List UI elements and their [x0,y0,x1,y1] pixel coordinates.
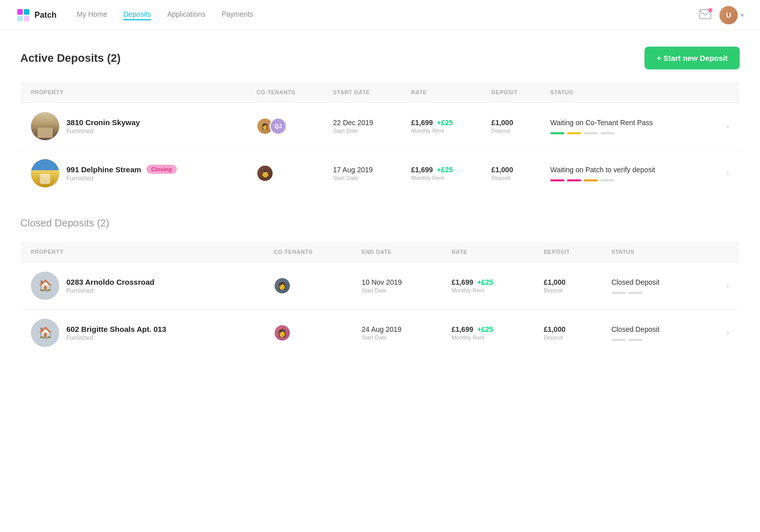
nav-applications[interactable]: Applications [167,10,206,20]
col-start-date: START DATE [325,82,403,103]
main-content: Active Deposits (2) + Start new Deposit … [0,30,760,393]
user-avatar: U [719,6,738,24]
col-rate: RATE [403,82,483,103]
start-date-label-1: Start Date [333,128,395,134]
closed-deposit-row-2[interactable]: 🏠 602 Brigitte Shoals Apt. 013 Furnished [21,310,740,357]
deposit-label-1: Deposit [491,128,534,134]
closed-progress-dots-2 [612,339,698,341]
closed-col-rate: RATE [443,242,536,262]
closed-cotenant-1a: 👩 [274,277,291,294]
mail-notification-dot [708,8,712,12]
row-chevron-1[interactable]: › [727,122,729,130]
closed-rate-main-1: £1,699 [451,278,473,286]
dot-1-2 [567,132,581,134]
svg-rect-3 [24,16,29,21]
closed-row-chevron-2[interactable]: › [727,328,729,337]
nav-my-home[interactable]: My Home [77,10,107,20]
rate-main-1: £1,699 [411,119,433,127]
nav-deposits[interactable]: Deposits [123,10,150,20]
deposit-label-2: Deposit [491,175,534,181]
rate-label-1: Monthly Rent [411,128,475,134]
closed-end-date-1: 10 Nov 2019 [362,278,435,286]
closed-rate-main-2: £1,699 [451,325,473,333]
closed-dot-2-1 [612,339,626,341]
start-date-2: 17 Aug 2019 [333,166,395,174]
closed-rate-extra-2: +£25 [477,325,493,333]
active-deposits-table: PROPERTY CO-TENANTS START DATE RATE DEPO… [20,82,740,197]
nav-right: U ▾ [699,6,744,24]
property-type-2: Furnished [66,175,177,182]
closed-dot-1-1 [612,292,626,294]
closed-deposit-label-2: Deposit [544,334,595,340]
rate-label-2: Monthly Rent [411,175,475,181]
dot-2-2 [567,179,581,181]
dot-1-3 [584,132,598,134]
cotenants-2: 👨 [256,165,317,182]
dot-1-4 [600,132,615,134]
closed-deposit-row-1[interactable]: 🏠 0283 Arnoldo Crossroad Furnished [21,262,740,310]
user-avatar-wrapper[interactable]: U ▾ [719,6,744,24]
logo-icon [16,8,30,22]
closed-date-label-1: Start Date [362,287,435,293]
closed-col-property: PROPERTY [21,242,265,262]
closed-rate-label-1: Monthly Rent [451,287,527,293]
closed-end-date-2: 24 Aug 2019 [362,325,435,333]
closed-deposits-header: Closed Deposits (2) [20,217,740,229]
deposit-amount-1: £1,000 [491,119,534,127]
active-table-header: PROPERTY CO-TENANTS START DATE RATE DEPO… [21,82,740,103]
col-property: PROPERTY [21,82,249,103]
rate-extra-1: +£25 [437,119,453,127]
closed-cotenants-2: 👩 [274,324,346,341]
closed-dot-2-2 [628,339,642,341]
mail-icon[interactable] [699,9,711,21]
closed-progress-dots-1 [612,292,698,294]
closing-badge-2: Closing [146,165,177,174]
closed-rate-cell-1: £1,699 +£25 Monthly Rent [451,278,527,293]
status-2: Waiting on Patch to verify deposit [550,165,702,175]
chevron-down-icon: ▾ [741,12,744,19]
active-deposit-row-1[interactable]: 3810 Cronin Skyway Furnished 👩 QJ [21,103,740,150]
closed-col-cotenants: CO-TENANTS [265,242,354,262]
active-deposit-row-2[interactable]: 991 Delphine Stream Closing Furnished 👨 [21,150,740,197]
closed-property-type-2: Furnished [66,334,166,341]
logo[interactable]: Patch [16,8,57,22]
dot-2-3 [584,179,598,181]
closed-dot-1-2 [628,292,642,294]
dot-2-1 [550,179,564,181]
closed-property-name-1: 0283 Arnoldo Crossroad [66,278,155,286]
closed-property-cell-2: 🏠 602 Brigitte Shoals Apt. 013 Furnished [31,319,257,347]
col-status: STATUS [542,82,710,103]
navbar: Patch My Home Deposits Applications Paym… [0,0,760,30]
property-name-2: 991 Delphine Stream [66,165,141,174]
closed-deposit-amount-2: £1,000 [544,325,595,333]
closed-property-type-1: Furnished [66,287,155,294]
start-date-1: 22 Dec 2019 [333,119,395,127]
closed-rate-extra-1: +£25 [477,278,493,286]
closed-date-label-2: Start Date [362,334,435,340]
app-name: Patch [34,11,57,20]
svg-rect-0 [17,9,23,15]
property-type-1: Furnished [66,128,140,135]
row-chevron-2[interactable]: › [727,169,729,177]
closed-property-cell-1: 🏠 0283 Arnoldo Crossroad Furnished [31,272,257,300]
start-date-label-2: Start Date [333,175,395,181]
closed-deposits-title: Closed Deposits (2) [20,217,109,229]
closed-property-name-2: 602 Brigitte Shoals Apt. 013 [66,325,166,333]
start-new-deposit-button[interactable]: + Start new Deposit [644,47,740,69]
closed-deposit-amount-1: £1,000 [544,278,595,286]
rate-cell-2: £1,699 +£25 Monthly Rent [411,166,475,181]
closed-row-chevron-1[interactable]: › [727,281,729,290]
closed-rate-cell-2: £1,699 +£25 Monthly Rent [451,325,527,340]
col-cotenants: CO-TENANTS [248,82,325,103]
closed-col-deposit: DEPOSIT [536,242,603,262]
closed-col-end-date: END DATE [354,242,443,262]
closed-prop-placeholder-1: 🏠 [31,272,59,300]
closed-deposit-label-1: Deposit [544,287,595,293]
property-name-1: 3810 Cronin Skyway [66,118,140,127]
nav-payments[interactable]: Payments [221,10,253,20]
closed-cotenants-1: 👩 [274,277,346,294]
progress-dots-1 [550,132,702,134]
cotenant-avatar-1b: QJ [270,118,287,135]
svg-rect-2 [17,16,23,21]
closed-property-image-1: 🏠 [31,272,59,300]
